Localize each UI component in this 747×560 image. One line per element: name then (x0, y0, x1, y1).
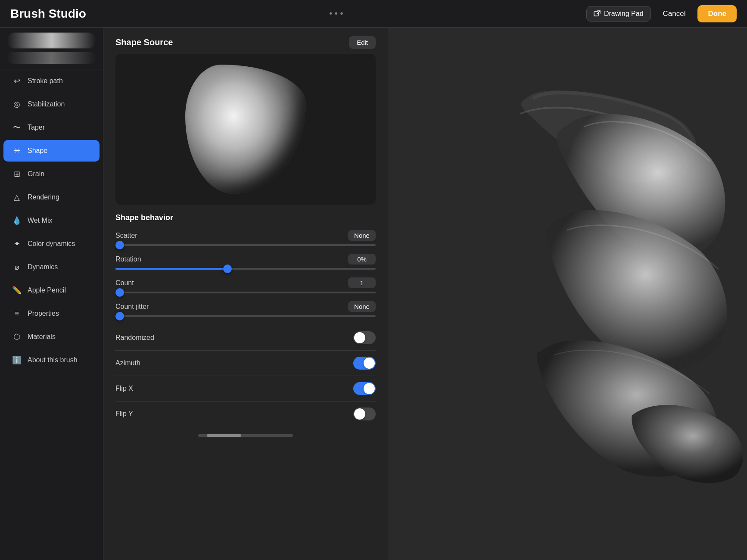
app-title: Brush Studio (10, 7, 86, 21)
rotation-label: Rotation (115, 255, 141, 263)
count-jitter-control: Count jitter None (115, 301, 376, 317)
azimuth-toggle-knob (364, 358, 375, 369)
more-options-icon[interactable]: • • • (329, 9, 343, 19)
color-dynamics-icon: ✦ (12, 239, 22, 249)
count-label: Count (115, 279, 134, 287)
properties-icon: ≡ (12, 309, 22, 318)
flip-x-toggle-row: Flip X (115, 376, 376, 401)
sidebar-item-rendering[interactable]: △ Rendering (3, 187, 100, 208)
brush-preview-area (0, 28, 103, 69)
sidebar-item-wet-mix[interactable]: 💧 Wet Mix (3, 210, 100, 231)
sidebar-label-materials: Materials (28, 333, 56, 341)
azimuth-label: Azimuth (115, 359, 140, 367)
count-jitter-header: Count jitter None (115, 301, 376, 312)
sidebar-label-wet-mix: Wet Mix (28, 217, 52, 224)
svg-rect-0 (594, 12, 598, 16)
rotation-control: Rotation 0% (115, 254, 376, 270)
top-bar: Brush Studio • • • Drawing Pad Cancel Do… (0, 0, 747, 28)
middle-panel: Shape Source Edit Shape behavior Scatter… (103, 28, 388, 560)
external-link-icon (594, 10, 601, 17)
flip-y-toggle-knob (354, 408, 365, 420)
sidebar-item-dynamics[interactable]: ⌀ Dynamics (3, 256, 100, 278)
sidebar-label-rendering: Rendering (28, 193, 59, 201)
azimuth-toggle[interactable] (353, 357, 376, 370)
sidebar-label-about: About this brush (28, 356, 78, 364)
sidebar-label-taper: Taper (28, 124, 45, 131)
brush-strokes-canvas (388, 28, 747, 560)
taper-icon: 〜 (12, 123, 22, 132)
drawing-pad-button[interactable]: Drawing Pad (586, 6, 651, 22)
sidebar-label-grain: Grain (28, 170, 44, 178)
rotation-header: Rotation 0% (115, 254, 376, 264)
sidebar-item-stroke-path[interactable]: ↩ Stroke path (3, 70, 100, 92)
done-button[interactable]: Done (697, 5, 737, 22)
materials-icon: ⬡ (12, 332, 22, 342)
scatter-value: None (348, 230, 376, 241)
rendering-icon: △ (12, 193, 22, 202)
sidebar-label-dynamics: Dynamics (28, 263, 58, 271)
sidebar-label-properties: Properties (28, 310, 59, 317)
sidebar-item-shape[interactable]: ✳ Shape (3, 140, 100, 162)
sidebar-item-color-dynamics[interactable]: ✦ Color dynamics (3, 233, 100, 255)
count-jitter-label: Count jitter (115, 303, 149, 311)
sidebar-item-properties[interactable]: ≡ Properties (3, 303, 100, 324)
grain-icon: ⊞ (12, 169, 22, 179)
wet-mix-icon: 💧 (12, 216, 22, 225)
apple-pencil-icon: ✏️ (12, 286, 22, 295)
sidebar-item-taper[interactable]: 〜 Taper (3, 117, 100, 138)
count-value: 1 (348, 277, 376, 288)
scroll-indicator (198, 434, 293, 437)
top-center: • • • (329, 9, 343, 19)
flip-x-toggle-knob (364, 383, 375, 394)
drawing-pad-label: Drawing Pad (604, 10, 644, 18)
scatter-slider-track[interactable] (115, 244, 376, 246)
drawing-pad[interactable] (388, 28, 747, 560)
count-header: Count 1 (115, 277, 376, 288)
flip-x-toggle[interactable] (353, 382, 376, 395)
edit-button[interactable]: Edit (349, 36, 376, 49)
scroll-thumb[interactable] (207, 434, 241, 437)
brush-stroke-preview-2 (7, 52, 96, 64)
rotation-slider-track[interactable] (115, 268, 376, 270)
sidebar-item-apple-pencil[interactable]: ✏️ Apple Pencil (3, 280, 100, 301)
count-slider-track[interactable] (115, 292, 376, 293)
sidebar-label-color-dynamics: Color dynamics (28, 240, 75, 248)
stabilization-icon: ◎ (12, 100, 22, 109)
sidebar-item-about[interactable]: ℹ️ About this brush (3, 349, 100, 371)
azimuth-toggle-row: Azimuth (115, 350, 376, 376)
panel-header: Shape Source Edit (103, 28, 388, 54)
sidebar-item-stabilization[interactable]: ◎ Stabilization (3, 93, 100, 115)
shape-behavior-title: Shape behavior (115, 213, 376, 222)
sidebar-item-materials[interactable]: ⬡ Materials (3, 326, 100, 348)
scatter-label: Scatter (115, 232, 137, 240)
sidebar-label-shape: Shape (28, 147, 47, 155)
sidebar-label-stroke-path: Stroke path (28, 77, 63, 85)
shape-preview (115, 54, 376, 205)
about-icon: ℹ️ (12, 355, 22, 365)
shape-preview-image (185, 65, 306, 194)
sidebar-label-apple-pencil: Apple Pencil (28, 286, 66, 294)
count-control: Count 1 (115, 277, 376, 293)
main-content: ↩ Stroke path ◎ Stabilization 〜 Taper ✳ … (0, 28, 747, 560)
shape-icon: ✳ (12, 146, 22, 156)
randomized-label: Randomized (115, 334, 154, 342)
randomized-toggle-row: Randomized (115, 325, 376, 350)
randomized-toggle[interactable] (353, 331, 376, 344)
flip-x-label: Flip X (115, 385, 133, 392)
sidebar-item-grain[interactable]: ⊞ Grain (3, 163, 100, 185)
dynamics-icon: ⌀ (12, 262, 22, 272)
count-jitter-value: None (348, 301, 376, 312)
stroke-path-icon: ↩ (12, 76, 22, 86)
count-jitter-slider-track[interactable] (115, 315, 376, 317)
brush-stroke-preview-1 (7, 33, 96, 48)
flip-y-label: Flip Y (115, 410, 133, 418)
shape-source-title: Shape Source (115, 37, 173, 47)
rotation-value: 0% (348, 254, 376, 264)
sidebar-label-stabilization: Stabilization (28, 100, 65, 108)
scatter-control: Scatter None (115, 230, 376, 246)
cancel-button[interactable]: Cancel (658, 6, 691, 22)
flip-y-toggle-row: Flip Y (115, 401, 376, 426)
sidebar: ↩ Stroke path ◎ Stabilization 〜 Taper ✳ … (0, 28, 103, 560)
top-actions: Drawing Pad Cancel Done (586, 5, 737, 22)
flip-y-toggle[interactable] (353, 408, 376, 420)
